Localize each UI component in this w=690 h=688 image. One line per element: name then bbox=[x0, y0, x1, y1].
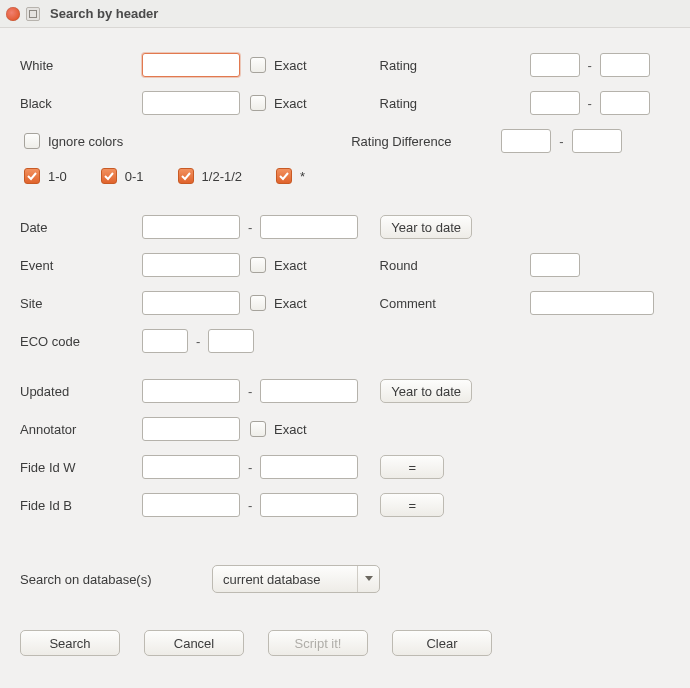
ignore-colors-checkbox[interactable] bbox=[24, 133, 40, 149]
label-white: White bbox=[20, 58, 142, 73]
dash: - bbox=[248, 384, 252, 399]
chevron-down-icon bbox=[357, 566, 379, 592]
eco-to[interactable] bbox=[208, 329, 254, 353]
year-to-date-updated-button[interactable]: Year to date bbox=[380, 379, 472, 403]
label-date: Date bbox=[20, 220, 142, 235]
label-fide-b: Fide Id B bbox=[20, 498, 142, 513]
annotator-input[interactable] bbox=[142, 417, 240, 441]
date-from[interactable] bbox=[142, 215, 240, 239]
fide-b-eq-button[interactable]: = bbox=[380, 493, 444, 517]
label-round: Round bbox=[380, 258, 530, 273]
fide-b-from[interactable] bbox=[142, 493, 240, 517]
date-to[interactable] bbox=[260, 215, 358, 239]
exact-site-checkbox[interactable] bbox=[250, 295, 266, 311]
dash: - bbox=[588, 58, 592, 73]
window-title: Search by header bbox=[50, 6, 158, 21]
exact-white-checkbox[interactable] bbox=[250, 57, 266, 73]
result-star-checkbox[interactable] bbox=[276, 168, 292, 184]
exact-white-label: Exact bbox=[274, 58, 307, 73]
search-button[interactable]: Search bbox=[20, 630, 120, 656]
fide-b-to[interactable] bbox=[260, 493, 358, 517]
result-0-1-checkbox[interactable] bbox=[101, 168, 117, 184]
dash: - bbox=[588, 96, 592, 111]
label-rating-white: Rating bbox=[380, 58, 530, 73]
database-select[interactable]: current database bbox=[212, 565, 380, 593]
dash: - bbox=[248, 498, 252, 513]
updated-to[interactable] bbox=[260, 379, 358, 403]
exact-site-label: Exact bbox=[274, 296, 307, 311]
exact-annotator-checkbox[interactable] bbox=[250, 421, 266, 437]
label-updated: Updated bbox=[20, 384, 142, 399]
label-eco: ECO code bbox=[20, 334, 142, 349]
titlebar: Search by header bbox=[0, 0, 690, 28]
result-star-label: * bbox=[300, 169, 305, 184]
close-icon[interactable] bbox=[6, 7, 20, 21]
rating-diff-to[interactable] bbox=[572, 129, 622, 153]
exact-black-checkbox[interactable] bbox=[250, 95, 266, 111]
site-input[interactable] bbox=[142, 291, 240, 315]
rating-black-from[interactable] bbox=[530, 91, 580, 115]
rating-diff-from[interactable] bbox=[501, 129, 551, 153]
label-rating-diff: Rating Difference bbox=[351, 134, 501, 149]
label-rating-black: Rating bbox=[380, 96, 530, 111]
label-fide-w: Fide Id W bbox=[20, 460, 142, 475]
script-it-button: Script it! bbox=[268, 630, 368, 656]
rating-white-to[interactable] bbox=[600, 53, 650, 77]
dash: - bbox=[559, 134, 563, 149]
database-select-value: current database bbox=[223, 572, 321, 587]
result-draw-label: 1/2-1/2 bbox=[202, 169, 242, 184]
dash: - bbox=[248, 220, 252, 235]
eco-from[interactable] bbox=[142, 329, 188, 353]
label-site: Site bbox=[20, 296, 142, 311]
label-annotator: Annotator bbox=[20, 422, 142, 437]
dash: - bbox=[248, 460, 252, 475]
fide-w-from[interactable] bbox=[142, 455, 240, 479]
exact-event-checkbox[interactable] bbox=[250, 257, 266, 273]
white-input[interactable] bbox=[142, 53, 240, 77]
updated-from[interactable] bbox=[142, 379, 240, 403]
label-comment: Comment bbox=[380, 296, 530, 311]
maximize-icon[interactable] bbox=[26, 7, 40, 21]
comment-input[interactable] bbox=[530, 291, 654, 315]
rating-black-to[interactable] bbox=[600, 91, 650, 115]
round-input[interactable] bbox=[530, 253, 580, 277]
result-draw-checkbox[interactable] bbox=[178, 168, 194, 184]
exact-black-label: Exact bbox=[274, 96, 307, 111]
exact-annotator-label: Exact bbox=[274, 422, 307, 437]
event-input[interactable] bbox=[142, 253, 240, 277]
fide-w-to[interactable] bbox=[260, 455, 358, 479]
black-input[interactable] bbox=[142, 91, 240, 115]
label-search-on: Search on database(s) bbox=[20, 572, 212, 587]
year-to-date-button[interactable]: Year to date bbox=[380, 215, 472, 239]
ignore-colors-label: Ignore colors bbox=[48, 134, 123, 149]
cancel-button[interactable]: Cancel bbox=[144, 630, 244, 656]
dash: - bbox=[196, 334, 200, 349]
rating-white-from[interactable] bbox=[530, 53, 580, 77]
fide-w-eq-button[interactable]: = bbox=[380, 455, 444, 479]
dialog-content: White Exact Rating - Black Exact Rating … bbox=[0, 28, 690, 676]
result-0-1-label: 0-1 bbox=[125, 169, 144, 184]
label-event: Event bbox=[20, 258, 142, 273]
clear-button[interactable]: Clear bbox=[392, 630, 492, 656]
result-1-0-checkbox[interactable] bbox=[24, 168, 40, 184]
label-black: Black bbox=[20, 96, 142, 111]
exact-event-label: Exact bbox=[274, 258, 307, 273]
result-1-0-label: 1-0 bbox=[48, 169, 67, 184]
